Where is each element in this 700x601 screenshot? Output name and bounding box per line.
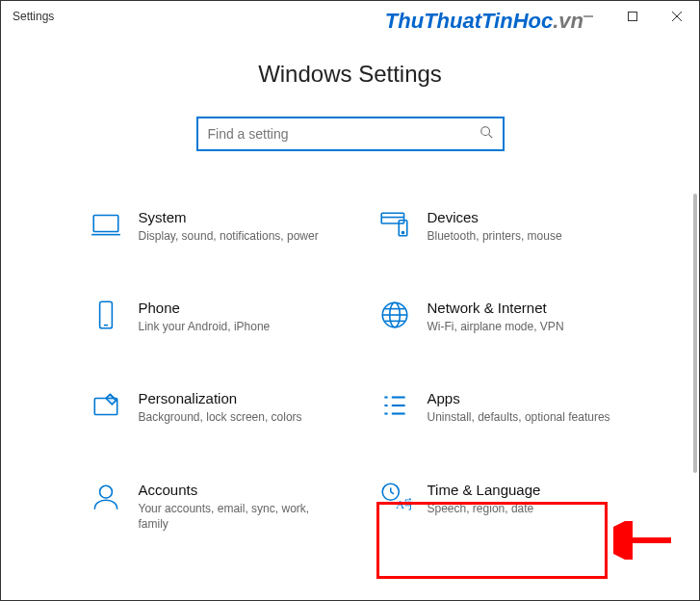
watermark: ThuThuatTinHoc.vn [385,9,583,34]
watermark-main: ThuThuatTinHoc [385,9,553,33]
tile-network[interactable]: Network & Internet Wi-Fi, airplane mode,… [370,290,620,342]
search-icon [480,125,493,143]
tile-title: Phone [139,300,324,316]
svg-line-5 [488,135,492,139]
tile-text: Devices Bluetooth, printers, mouse [428,207,612,244]
watermark-suffix: .vn [553,9,583,33]
tile-text: Accounts Your accounts, email, sync, wor… [139,480,324,532]
tile-text: Network & Internet Wi-Fi, airplane mode,… [428,298,612,334]
scrollbar[interactable] [693,194,697,473]
tile-title: Apps [428,390,612,406]
tile-desc: Link your Android, iPhone [139,319,324,334]
tile-desc: Your accounts, email, sync, work, family [139,501,324,532]
tile-title: System [139,209,324,225]
window-controls [566,1,699,32]
maximize-button[interactable] [610,1,655,32]
svg-point-27 [99,485,112,498]
personalization-icon [89,388,123,423]
tile-title: Network & Internet [428,300,612,316]
window-title: Settings [13,10,54,23]
tile-personalization[interactable]: Personalization Background, lock screen,… [81,380,331,432]
svg-text:A字: A字 [396,496,411,510]
tile-accounts[interactable]: Accounts Your accounts, email, sync, wor… [81,472,331,539]
globe-icon [377,298,412,332]
tile-desc: Bluetooth, printers, mouse [428,228,612,244]
search-box[interactable] [196,117,505,151]
tile-desc: Background, lock screen, colors [139,409,324,425]
svg-rect-6 [93,215,118,231]
tile-title: Accounts [139,482,324,498]
tile-time-language[interactable]: A字 Time & Language Speech, region, date [370,472,620,539]
svg-rect-12 [99,301,112,328]
tile-text: System Display, sound, notifications, po… [139,207,324,244]
devices-icon [377,207,412,242]
tile-text: Personalization Background, lock screen,… [139,388,324,425]
tile-desc: Display, sound, notifications, power [139,228,324,244]
accounts-icon [89,480,123,514]
svg-rect-1 [629,13,637,21]
tile-desc: Speech, region, date [428,501,612,516]
tile-text: Apps Uninstall, defaults, optional featu… [428,388,612,425]
tile-title: Devices [428,209,612,225]
svg-line-30 [390,491,393,493]
arrow-annotation [613,521,681,560]
content-area: System Display, sound, notifications, po… [1,199,699,601]
svg-point-11 [402,231,403,233]
apps-icon [377,388,412,423]
tile-text: Time & Language Speech, region, date [428,480,612,516]
settings-grid: System Display, sound, notifications, po… [59,199,641,539]
phone-icon [89,298,123,332]
tile-title: Personalization [139,390,324,406]
tile-desc: Wi-Fi, airplane mode, VPN [428,319,612,334]
time-language-icon: A字 [377,480,412,514]
page-title: Windows Settings [1,61,699,88]
titlebar: Settings [1,1,699,32]
search-container [1,117,699,151]
tile-system[interactable]: System Display, sound, notifications, po… [81,199,331,251]
tile-text: Phone Link your Android, iPhone [139,298,324,334]
tile-title: Time & Language [428,482,612,498]
system-icon [89,207,123,242]
tile-apps[interactable]: Apps Uninstall, defaults, optional featu… [370,380,620,432]
tile-desc: Uninstall, defaults, optional features [428,409,612,425]
tile-devices[interactable]: Devices Bluetooth, printers, mouse [370,199,620,251]
search-input[interactable] [208,126,480,142]
svg-point-4 [480,127,489,136]
svg-rect-8 [381,213,403,223]
close-button[interactable] [655,1,699,32]
tile-phone[interactable]: Phone Link your Android, iPhone [81,290,331,342]
